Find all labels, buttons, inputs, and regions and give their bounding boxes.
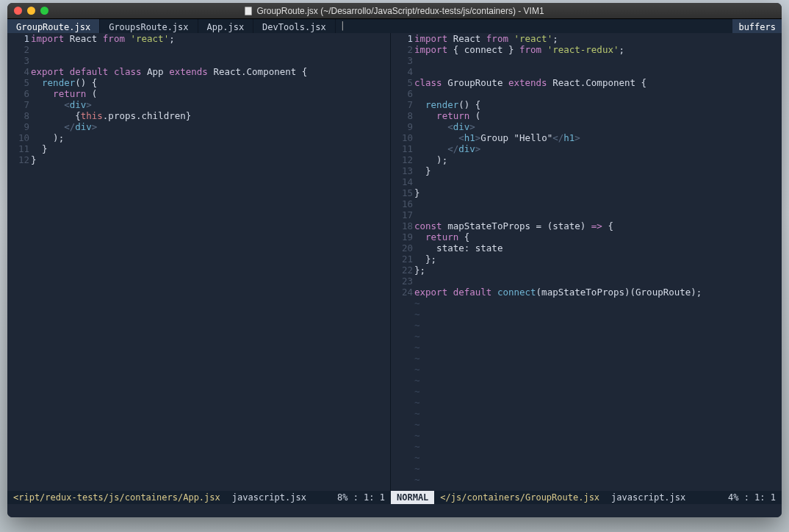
- right-pane[interactable]: 1 2 3 4 5 6 7 8 9 10 11 12 13 14 15 16 1…: [391, 33, 782, 491]
- tab-divider: |: [336, 19, 350, 33]
- document-icon: [245, 7, 252, 15]
- left-status-filetype: javascript.jsx: [226, 491, 312, 504]
- titlebar[interactable]: GroupRoute.jsx (~/Desarrollo/JavaScript/…: [7, 3, 782, 19]
- terminal-window: GroupRoute.jsx (~/Desarrollo/JavaScript/…: [7, 3, 782, 517]
- mode-indicator: NORMAL: [391, 491, 434, 504]
- right-status-filetype: javascript.jsx: [605, 491, 691, 504]
- close-icon[interactable]: [14, 7, 22, 15]
- right-status: NORMAL </js/containers/GroupRoute.jsx ja…: [391, 491, 782, 504]
- tab-grouproute[interactable]: GroupRoute.jsx: [7, 19, 100, 33]
- window-title-text: GroupRoute.jsx (~/Desarrollo/JavaScript/…: [256, 6, 544, 16]
- left-status-position: 8% : 1: 1: [331, 491, 391, 504]
- minimize-icon[interactable]: [27, 7, 35, 15]
- command-line[interactable]: [7, 504, 782, 517]
- right-gutter: 1 2 3 4 5 6 7 8 9 10 11 12 13 14 15 16 1…: [391, 33, 411, 491]
- tab-app[interactable]: App.jsx: [198, 19, 254, 33]
- tab-devtools[interactable]: DevTools.jsx: [253, 19, 336, 33]
- window-title: GroupRoute.jsx (~/Desarrollo/JavaScript/…: [7, 6, 782, 16]
- left-status: <ript/redux-tests/js/containers/App.jsx …: [7, 491, 391, 504]
- buffer-tabs: GroupRoute.jsx GroupsRoute.jsx App.jsx D…: [7, 19, 782, 33]
- right-code[interactable]: import React from 'react'; import { conn…: [411, 33, 782, 491]
- status-line: <ript/redux-tests/js/containers/App.jsx …: [7, 491, 782, 504]
- left-pane[interactable]: 1 2 3 4 5 6 7 8 9 10 11 12 import React …: [7, 33, 391, 491]
- right-status-position: 4% : 1: 1: [722, 491, 782, 504]
- tab-groupsroute[interactable]: GroupsRoute.jsx: [100, 19, 198, 33]
- window-controls: [7, 7, 48, 15]
- left-status-path: <ript/redux-tests/js/containers/App.jsx: [7, 491, 226, 504]
- right-status-path: </js/containers/GroupRoute.jsx: [434, 491, 605, 504]
- left-code[interactable]: import React from 'react'; export defaul…: [28, 33, 390, 491]
- zoom-icon[interactable]: [40, 7, 48, 15]
- editor-area: 1 2 3 4 5 6 7 8 9 10 11 12 import React …: [7, 33, 782, 491]
- buffers-button[interactable]: buffers: [732, 19, 782, 33]
- left-gutter: 1 2 3 4 5 6 7 8 9 10 11 12: [7, 33, 28, 491]
